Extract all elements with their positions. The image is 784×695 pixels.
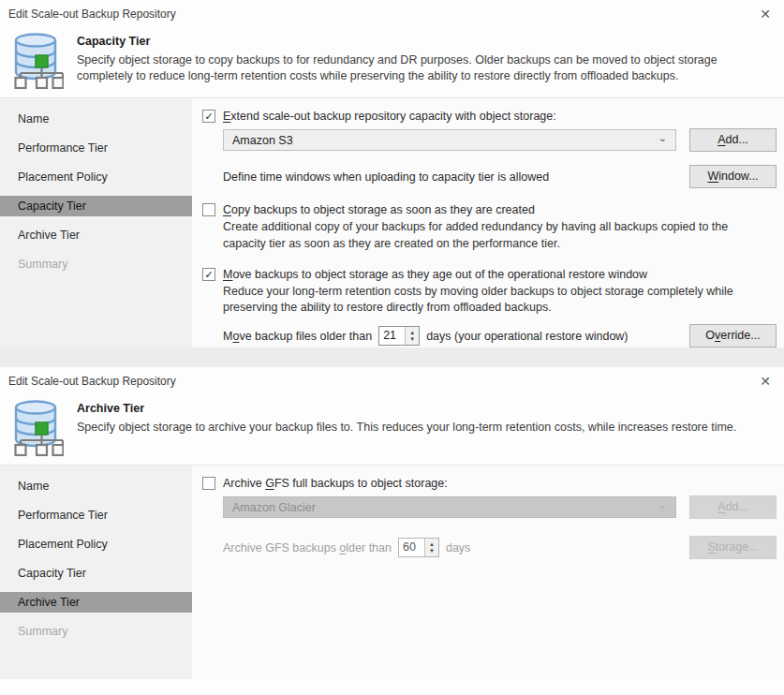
time-windows-label: Define time windows when uploading to ca… bbox=[223, 170, 549, 184]
scale-out-repository-icon bbox=[7, 398, 65, 456]
sidebar-item-capacity-tier[interactable]: Capacity Tier bbox=[0, 196, 192, 216]
spin-up-icon: ▲ bbox=[429, 541, 435, 548]
move-backups-label: Move backups to object storage as they a… bbox=[223, 268, 647, 281]
sidebar-item-name[interactable]: Name bbox=[0, 476, 192, 496]
archive-gfs-checkbox-row[interactable]: Archive GFS full backups to object stora… bbox=[202, 477, 777, 490]
archive-storage-select: Amazon Glacier ⌄ bbox=[223, 496, 676, 518]
sidebar-item-capacity-tier[interactable]: Capacity Tier bbox=[0, 563, 192, 584]
archive-storage-row: Amazon Glacier ⌄ Add... bbox=[202, 495, 777, 519]
archive-days-stepper: 60 ▲ ▼ bbox=[398, 538, 439, 557]
move-days-label: Move backup files older than bbox=[223, 330, 372, 343]
wizard-steps-sidebar: Name Performance Tier Placement Policy C… bbox=[0, 98, 192, 348]
sidebar-item-performance-tier[interactable]: Performance Tier bbox=[0, 138, 192, 158]
move-days-row: Move backup files older than 21 ▲ ▼ days… bbox=[202, 324, 777, 348]
override-button[interactable]: Override... bbox=[689, 324, 777, 348]
archive-gfs-label: Archive GFS full backups to object stora… bbox=[223, 477, 448, 490]
object-storage-value: Amazon S3 bbox=[232, 134, 293, 147]
archive-days-value: 60 bbox=[399, 539, 424, 556]
archive-storage-value: Amazon Glacier bbox=[232, 501, 316, 514]
move-backups-checkbox[interactable]: ✓ bbox=[202, 268, 215, 281]
sidebar-item-summary: Summary bbox=[0, 254, 192, 274]
step-description: Specify object storage to copy backups t… bbox=[77, 52, 771, 85]
wizard-header: Archive Tier Specify object storage to a… bbox=[0, 395, 784, 465]
wizard-steps-sidebar: Name Performance Tier Placement Policy C… bbox=[0, 466, 192, 679]
chevron-down-icon: ⌄ bbox=[658, 499, 667, 511]
extend-capacity-checkbox-row[interactable]: ✓ Extend scale-out backup repository cap… bbox=[202, 110, 777, 123]
chevron-down-icon: ⌄ bbox=[658, 132, 667, 144]
spin-down-icon[interactable]: ▼ bbox=[409, 336, 415, 343]
sidebar-item-placement-policy[interactable]: Placement Policy bbox=[0, 167, 192, 187]
sidebar-item-performance-tier[interactable]: Performance Tier bbox=[0, 505, 192, 525]
dialog-capacity-tier: Edit Scale-out Backup Repository ✕ Capac… bbox=[0, 0, 784, 367]
move-days-suffix: days (your operational restore window) bbox=[426, 330, 628, 343]
move-backups-description: Reduce your long-term retention costs by… bbox=[202, 284, 755, 318]
move-days-value[interactable]: 21 bbox=[379, 327, 405, 345]
step-description: Specify object storage to archive your b… bbox=[77, 420, 736, 436]
move-backups-checkbox-row[interactable]: ✓ Move backups to object storage as they… bbox=[202, 268, 777, 281]
archive-days-label: Archive GFS backups older than bbox=[223, 541, 392, 555]
copy-backups-checkbox[interactable] bbox=[202, 203, 215, 216]
archive-days-row: Archive GFS backups older than 60 ▲ ▼ da… bbox=[202, 536, 777, 559]
sidebar-item-name[interactable]: Name bbox=[0, 109, 192, 129]
dialog-archive-tier: Edit Scale-out Backup Repository ✕ Archi… bbox=[0, 367, 784, 695]
stepper-arrows: ▲ ▼ bbox=[424, 539, 438, 556]
close-icon[interactable]: ✕ bbox=[758, 7, 773, 22]
sidebar-item-summary: Summary bbox=[0, 621, 192, 642]
step-title: Capacity Tier bbox=[77, 35, 771, 48]
titlebar: Edit Scale-out Backup Repository ✕ bbox=[0, 367, 784, 395]
sidebar-item-placement-policy[interactable]: Placement Policy bbox=[0, 534, 192, 555]
object-storage-select[interactable]: Amazon S3 ⌄ bbox=[223, 129, 676, 151]
sidebar-item-archive-tier[interactable]: Archive Tier bbox=[0, 592, 192, 613]
spin-up-icon[interactable]: ▲ bbox=[409, 330, 415, 336]
extend-capacity-checkbox[interactable]: ✓ bbox=[202, 110, 215, 123]
wizard-header: Capacity Tier Specify object storage to … bbox=[0, 28, 784, 97]
storage-button: Storage... bbox=[689, 536, 777, 559]
add-button: Add... bbox=[689, 495, 777, 519]
window-title: Edit Scale-out Backup Repository bbox=[8, 7, 176, 21]
stepper-arrows[interactable]: ▲ ▼ bbox=[405, 327, 419, 345]
archive-days-suffix: days bbox=[446, 541, 470, 555]
spin-down-icon: ▼ bbox=[429, 548, 435, 555]
archive-gfs-checkbox[interactable] bbox=[202, 477, 215, 490]
footer-strip bbox=[0, 348, 784, 368]
titlebar: Edit Scale-out Backup Repository ✕ bbox=[0, 0, 784, 28]
time-windows-row: Define time windows when uploading to ca… bbox=[202, 165, 777, 188]
object-storage-row: Amazon S3 ⌄ Add... bbox=[202, 128, 777, 152]
move-days-stepper[interactable]: 21 ▲ ▼ bbox=[378, 326, 420, 346]
archive-tier-panel: Archive GFS full backups to object stora… bbox=[192, 466, 784, 679]
copy-backups-checkbox-row[interactable]: Copy backups to object storage as soon a… bbox=[202, 203, 777, 216]
add-button[interactable]: Add... bbox=[689, 128, 777, 152]
window-button[interactable]: Window... bbox=[689, 165, 777, 188]
scale-out-repository-icon bbox=[7, 31, 65, 89]
copy-backups-description: Create additional copy of your backups f… bbox=[202, 219, 755, 253]
window-title: Edit Scale-out Backup Repository bbox=[8, 375, 176, 388]
step-title: Archive Tier bbox=[77, 402, 736, 415]
copy-backups-label: Copy backups to object storage as soon a… bbox=[223, 203, 535, 216]
extend-capacity-label: Extend scale-out backup repository capac… bbox=[223, 110, 556, 123]
capacity-tier-panel: ✓ Extend scale-out backup repository cap… bbox=[192, 98, 784, 348]
close-icon[interactable]: ✕ bbox=[758, 374, 773, 389]
sidebar-item-archive-tier[interactable]: Archive Tier bbox=[0, 225, 192, 245]
